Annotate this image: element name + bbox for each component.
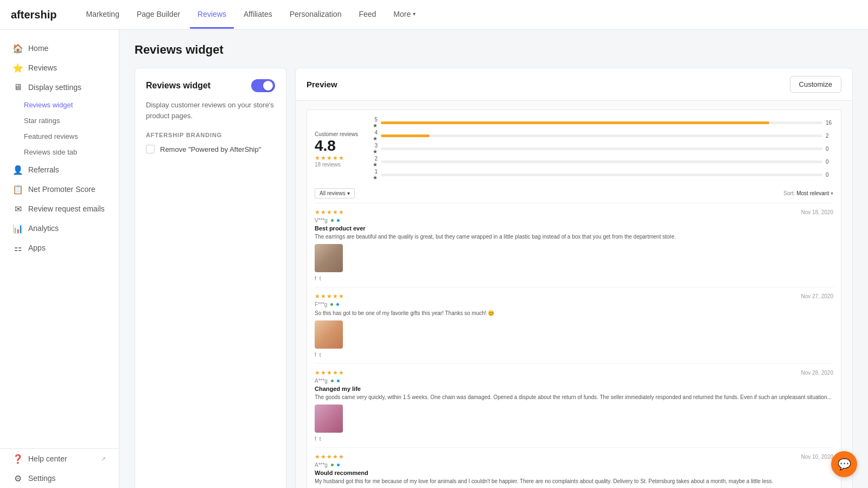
sidebar-item-reviews[interactable]: ⭐ Reviews xyxy=(4,58,114,78)
review-image-1 xyxy=(315,244,343,272)
verified-badge-1 xyxy=(331,219,334,222)
home-icon: 🏠 xyxy=(13,43,23,53)
bar-row-4: 4 ★ 2 xyxy=(369,130,833,142)
sidebar-item-referrals[interactable]: 👤 Referrals xyxy=(4,160,114,179)
twitter-icon-3[interactable]: t xyxy=(320,436,321,442)
review-header-1: ★★★★★ Nov 18, 2020 xyxy=(315,209,833,216)
sidebar-item-review-request-emails[interactable]: ✉ Review request emails xyxy=(4,199,114,219)
preview-title: Preview xyxy=(307,80,337,89)
chat-icon: 💬 xyxy=(838,458,851,471)
sidebar-sub-featured-reviews[interactable]: Featured reviews xyxy=(24,129,119,144)
sidebar-item-label: Reviews xyxy=(28,63,57,72)
remove-branding-checkbox[interactable] xyxy=(146,145,155,153)
social-row-3: f t xyxy=(315,436,833,442)
bar-track-5 xyxy=(381,121,822,124)
top-navigation: aftership Marketing Page Builder Reviews… xyxy=(0,0,868,30)
rating-count: 18 reviews xyxy=(315,162,358,168)
card-header: Reviews widget xyxy=(146,79,275,92)
facebook-icon-1[interactable]: f xyxy=(315,275,316,281)
nps-icon: 📋 xyxy=(13,184,23,194)
bar-row-1: 1 ★ 0 xyxy=(369,169,833,181)
nav-reviews[interactable]: Reviews xyxy=(190,1,234,29)
page-title: Reviews widget xyxy=(135,43,853,57)
sidebar-sub-star-ratings[interactable]: Star ratings xyxy=(24,113,119,129)
sidebar-item-label: Referrals xyxy=(28,165,59,174)
review-date-1: Nov 18, 2020 xyxy=(801,209,834,215)
review-item-2: ★★★★★ Nov 27, 2020 F***g So this has got… xyxy=(315,287,833,363)
content-row: Reviews widget Display customer reviews … xyxy=(135,68,853,488)
sidebar-item-label: Apps xyxy=(28,243,46,252)
rating-overall: Customer reviews 4.8 ★ ★ ★ ★ ★ 18 review… xyxy=(315,131,358,168)
sidebar-item-label: Display settings xyxy=(28,83,81,92)
nav-page-builder[interactable]: Page Builder xyxy=(129,1,188,29)
sidebar-item-settings[interactable]: ⚙ Settings xyxy=(4,468,114,488)
twitter-icon-2[interactable]: t xyxy=(320,352,321,358)
verified-badge-6 xyxy=(337,380,340,382)
nav-affiliates[interactable]: Affiliates xyxy=(236,1,280,29)
review-body-3: The goods came very quickly, within 1.5 … xyxy=(315,393,833,401)
review-image-inner-3 xyxy=(315,404,343,433)
facebook-icon-2[interactable]: f xyxy=(315,352,316,358)
star-icon: ⭐ xyxy=(13,63,23,73)
nav-feed[interactable]: Feed xyxy=(351,1,384,29)
filter-button[interactable]: All reviews ▾ xyxy=(315,188,355,198)
facebook-icon-3[interactable]: f xyxy=(315,436,316,442)
verified-badge-3 xyxy=(330,303,333,306)
branding-checkbox-row: Remove "Powered by AfterShip" xyxy=(146,145,275,153)
sidebar-item-analytics[interactable]: 📊 Analytics xyxy=(4,219,114,238)
nav-more[interactable]: More ▾ xyxy=(386,1,423,29)
sidebar-item-home[interactable]: 🏠 Home xyxy=(4,38,114,58)
rating-summary: Customer reviews 4.8 ★ ★ ★ ★ ★ 18 review… xyxy=(315,117,833,182)
reviewer-info-2: F***g xyxy=(315,301,833,307)
main-content: Reviews widget Reviews widget Display cu… xyxy=(119,30,868,488)
reviews-widget-toggle[interactable] xyxy=(251,79,275,92)
chat-bubble[interactable]: 💬 xyxy=(831,451,857,477)
external-link-icon: ↗ xyxy=(101,455,106,463)
bar-track-1 xyxy=(381,174,822,176)
review-date-3: Nov 28, 2020 xyxy=(801,370,834,376)
star-1: ★ xyxy=(315,155,320,162)
sidebar-sub-display: Reviews widget Star ratings Featured rev… xyxy=(0,97,119,160)
verified-badge-5 xyxy=(331,380,334,382)
sidebar-item-label: Analytics xyxy=(28,224,59,233)
email-icon: ✉ xyxy=(13,204,23,214)
bar-track-2 xyxy=(381,160,822,163)
verified-badge-2 xyxy=(337,219,340,222)
sidebar-sub-reviews-widget[interactable]: Reviews widget xyxy=(24,97,119,113)
gear-icon: ⚙ xyxy=(13,473,23,483)
review-title-3: Changed my life xyxy=(315,386,833,392)
sidebar-item-apps[interactable]: ⚏ Apps xyxy=(4,238,114,258)
rating-bars: 5 ★ 16 4 ★ xyxy=(369,117,833,182)
nav-marketing[interactable]: Marketing xyxy=(78,1,126,29)
review-image-inner-2 xyxy=(315,320,343,349)
card-description: Display customer reviews on your store's… xyxy=(146,100,275,121)
review-item-3: ★★★★★ Nov 28, 2020 A***g Changed my life… xyxy=(315,363,833,447)
preview-card: Preview Customize Customer reviews 4.8 ★ xyxy=(295,68,853,488)
sidebar-item-help-center[interactable]: ❓ Help center ↗ xyxy=(4,449,114,468)
sort-row: Sort: Most relevant ▾ xyxy=(783,190,833,196)
bar-fill-5 xyxy=(381,121,769,124)
remove-branding-label: Remove "Powered by AfterShip" xyxy=(160,145,261,153)
rating-label: Customer reviews xyxy=(315,131,358,137)
bar-fill-4 xyxy=(381,134,430,137)
review-body-2: So this has got to be one of my favorite… xyxy=(315,309,833,317)
display-icon: 🖥 xyxy=(13,82,23,92)
sidebar-item-display-settings[interactable]: 🖥 Display settings xyxy=(4,78,114,97)
customize-button[interactable]: Customize xyxy=(790,76,841,93)
logo[interactable]: aftership xyxy=(11,9,56,21)
reviewer-name-3: A***g xyxy=(315,378,328,384)
review-date-4: Nov 10, 2020 xyxy=(801,454,834,460)
star-3: ★ xyxy=(327,155,332,162)
verified-badge-7 xyxy=(331,464,334,466)
nav-personalization[interactable]: Personalization xyxy=(282,1,349,29)
sidebar-sub-reviews-side-tab[interactable]: Reviews side tab xyxy=(24,144,119,160)
twitter-icon-1[interactable]: t xyxy=(320,275,321,281)
social-row-1: f t xyxy=(315,275,833,281)
sidebar-item-nps[interactable]: 📋 Net Promoter Score xyxy=(4,179,114,199)
reviewer-name-2: F***g xyxy=(315,301,327,307)
star-5: ★ xyxy=(339,155,344,162)
review-image-3 xyxy=(315,404,343,433)
sidebar-item-label: Help center xyxy=(28,454,67,463)
reviewer-info-3: A***g xyxy=(315,378,833,384)
social-row-2: f t xyxy=(315,352,833,358)
